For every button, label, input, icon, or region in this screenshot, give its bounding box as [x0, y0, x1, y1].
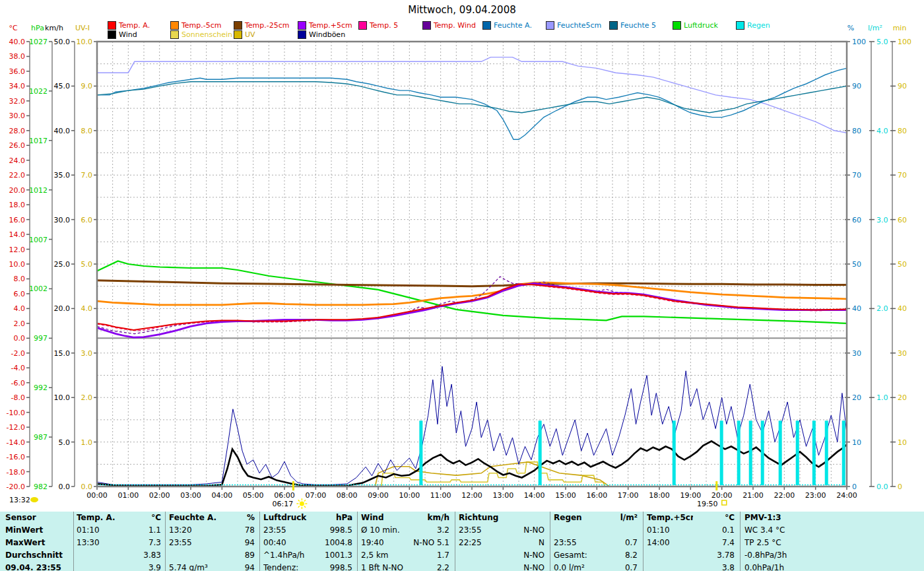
cell-luftdruck-value: 998.5: [312, 525, 352, 535]
axis-tick-label: 40: [898, 304, 907, 313]
cell-feuchte-a-value: 94: [219, 538, 255, 547]
axis-tick-label: 1012: [29, 186, 48, 195]
x-tick-label: 07:00: [305, 491, 326, 500]
cell-feuchte-a-value: 78: [219, 525, 255, 535]
axis-tick-label: 90: [852, 82, 861, 90]
cell-temp-plus5cm-value: 7.4: [694, 538, 735, 547]
row-label: Durchschnitt: [5, 551, 71, 560]
axis-tick-label: 10.0: [77, 38, 93, 46]
axis-tick-label: 5.0: [81, 260, 93, 269]
axis-tick-label: 992: [34, 384, 48, 392]
axis-C: °C40.038.036.034.032.030.028.026.024.022…: [7, 24, 30, 491]
axis-tick-label: 1.0: [81, 438, 93, 447]
axis-tick-label: 18.0: [9, 201, 26, 209]
col-header-pmv: PMV-1:3: [744, 513, 916, 522]
axis-tick-label: 50: [898, 260, 907, 269]
cell-luftdruck-label: 23:55: [263, 525, 311, 535]
axis-tick-label: 6.0: [81, 216, 93, 224]
axis-tick-label: 0: [898, 483, 902, 491]
x-tick-label: 16:00: [586, 491, 607, 500]
stats-table: SensorTemp. A.°CFeuchte A.%LuftdruckhPaW…: [0, 512, 924, 571]
col-header-wind: Wind: [361, 513, 406, 522]
axis-tick-label: 4.0: [876, 127, 888, 135]
col-unit-regen: l/m²: [596, 513, 638, 522]
x-tick-label: 24:00: [836, 491, 857, 500]
axis-unit-label: UV-I: [75, 24, 90, 32]
cell-wind-value: 3.2: [407, 525, 449, 535]
axis-tick-label: 10.0: [54, 393, 71, 402]
axis-tick-label: -10.0: [7, 409, 25, 417]
axis-tick-label: 30.0: [9, 112, 26, 120]
table-row: 09.04. 23:553.95.74 g/m³94Tendenz:998.51…: [0, 562, 924, 571]
x-tick-label: 05:00: [243, 491, 264, 500]
cell-feuchte-a-value: 94: [219, 563, 255, 571]
axis-unit-label: l/m²: [868, 24, 882, 32]
rain-bar: [419, 420, 422, 485]
cell-temp-plus5cm-value: 3.8: [694, 563, 735, 571]
cell-richtung-label: 23:55: [459, 525, 501, 535]
axis-tick-label: 1002: [29, 285, 48, 293]
rain-bar: [720, 420, 723, 485]
col-header-luftdruck: Luftdruck: [263, 513, 311, 522]
axis-tick-label: 7.0: [81, 171, 93, 180]
axis-UVI: UV-I10.09.08.07.06.05.04.03.02.01.00.0: [75, 24, 97, 491]
axis-tick-label: 50: [852, 260, 861, 269]
cell-wind-label: 2,5 km: [361, 551, 406, 560]
axis-tick-label: 10: [898, 438, 907, 447]
cell-luftdruck-label: 00:40: [263, 538, 311, 547]
axis-tick-label: 5.0: [59, 438, 71, 447]
cell-feuchte-a-label: 23:55: [169, 538, 218, 547]
axis-tick-label: 40.0: [54, 127, 71, 135]
axis-tick-label: 32.0: [9, 97, 26, 106]
axis-tick-label: 70: [898, 171, 907, 180]
x-tick-label: 04:00: [211, 491, 232, 500]
cell-temp-plus5cm-label: 14:00: [647, 538, 693, 547]
sunset-square-icon: [722, 500, 727, 505]
cell-richtung-value: N-NO: [502, 551, 544, 560]
table-separator: [550, 512, 550, 571]
axis-tick-label: 100: [898, 38, 911, 46]
axis-tick-label: 90: [898, 82, 907, 90]
axis-tick-label: 30: [898, 349, 907, 358]
axis-tick-label: 28.0: [9, 127, 26, 135]
table-separator: [740, 512, 741, 571]
rain-bar: [761, 420, 764, 485]
weather-app-window: { "title": "Mittwoch, 09.04.2008", "foot…: [0, 0, 924, 571]
axis-unit-label: min: [893, 24, 907, 32]
rain-bar: [812, 420, 816, 485]
table-separator: [259, 512, 260, 571]
cell-temp-a-value: 7.3: [127, 538, 161, 547]
axis-tick-label: 2.0: [14, 319, 26, 328]
rain-bar: [825, 420, 828, 485]
axis-unit-label: km/h: [45, 24, 63, 32]
axis-tick-label: 14.0: [9, 230, 26, 239]
axis-tick-label: 987: [34, 433, 48, 442]
cell-feuchte-a-label: 5.74 g/m³: [169, 563, 218, 571]
axis-tick-label: 0.0: [876, 483, 888, 491]
col-header-regen: Regen: [554, 513, 595, 522]
cell-temp-a-value: 3.83: [127, 551, 161, 560]
cell-wind-label: 19:40: [361, 538, 406, 547]
series-regen-bars: [419, 420, 845, 485]
axis-tick-label: -14.0: [7, 438, 25, 447]
rain-bar: [539, 420, 542, 485]
axis-tick-label: 50.0: [54, 38, 71, 46]
cell-temp-plus5cm-value: 0.1: [694, 525, 735, 535]
rain-bar: [796, 420, 799, 485]
col-unit-feuchte-a: %: [219, 513, 255, 522]
cell-richtung-value: N: [502, 538, 544, 547]
x-tick-label: 01:00: [117, 491, 139, 500]
axis-tick-label: -18.0: [7, 468, 25, 477]
col-header-temp-plus5cm: Temp.+5cm: [647, 513, 693, 522]
x-tick-label: 06:00: [274, 491, 295, 500]
x-tick-label: 18:00: [649, 491, 670, 500]
axis-tick-label: 8.0: [81, 127, 93, 135]
table-separator: [165, 512, 166, 571]
axis-tick-label: -8.0: [11, 393, 25, 402]
axis-tick-label: -20.0: [7, 483, 25, 491]
sunset-label: 19:50: [697, 500, 718, 508]
axis-tick-label: 22.0: [9, 171, 26, 180]
axis-unit-label: hPa: [31, 24, 44, 32]
x-tick-label: 19:00: [680, 491, 701, 500]
col-header-richtung: Richtung: [459, 513, 501, 522]
